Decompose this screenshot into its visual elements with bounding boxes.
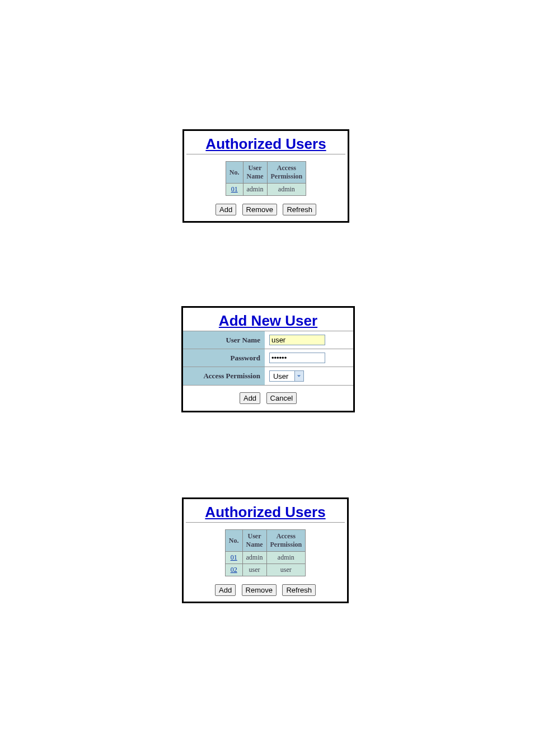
row-access-cell: admin	[266, 552, 306, 564]
panel-title: Authorized Users	[184, 504, 347, 521]
row-no-link[interactable]: 01	[231, 553, 237, 561]
chevron-down-icon	[294, 371, 303, 381]
add-user-form: User Name Password Access Permission Use…	[183, 331, 353, 386]
refresh-button[interactable]: Refresh	[282, 584, 316, 596]
row-no-link[interactable]: 01	[231, 185, 238, 193]
username-input[interactable]	[269, 335, 325, 345]
header-no: No.	[226, 162, 243, 184]
header-no: No.	[225, 530, 242, 552]
header-username: UserName	[242, 530, 266, 552]
select-value: User	[272, 372, 294, 381]
table-row: 02 user user	[225, 564, 305, 576]
divider	[186, 154, 345, 154]
row-no-cell: 01	[226, 184, 243, 196]
add-button[interactable]: Add	[215, 584, 236, 596]
header-username: UserName	[243, 162, 267, 184]
row-username-cell: admin	[242, 552, 266, 564]
button-row: Add Remove Refresh	[184, 204, 348, 215]
access-permission-label: Access Permission	[183, 367, 265, 386]
refresh-button[interactable]: Refresh	[283, 204, 316, 215]
row-access-cell: admin	[267, 184, 306, 196]
header-access: AccessPermission	[267, 162, 306, 184]
button-row: Add Remove Refresh	[184, 584, 347, 596]
table-row: 01 admin admin	[225, 552, 305, 564]
header-access: AccessPermission	[266, 530, 306, 552]
add-new-user-panel: Add New User User Name Password Access P…	[181, 306, 355, 412]
users-table: No. UserName AccessPermission 01 admin a…	[226, 161, 306, 196]
row-username-cell: user	[242, 564, 266, 576]
divider	[186, 522, 345, 523]
remove-button[interactable]: Remove	[242, 204, 277, 215]
table-row: 01 admin admin	[226, 184, 306, 196]
row-no-cell: 02	[225, 564, 242, 576]
remove-button[interactable]: Remove	[242, 584, 277, 596]
row-username-cell: admin	[243, 184, 267, 196]
panel-title: Add New User	[183, 312, 353, 330]
add-button[interactable]: Add	[240, 392, 260, 404]
access-permission-field-cell: User	[265, 367, 353, 386]
row-access-cell: user	[266, 564, 306, 576]
table-header-row: No. UserName AccessPermission	[225, 530, 305, 552]
password-field-cell	[265, 349, 353, 367]
authorized-users-panel-1: Authorized Users No. UserName AccessPerm…	[182, 129, 349, 223]
users-table: No. UserName AccessPermission 01 admin a…	[225, 529, 306, 576]
button-row: Add Cancel	[183, 386, 353, 405]
panel-title: Authorized Users	[184, 135, 348, 153]
row-no-cell: 01	[225, 552, 242, 564]
password-label: Password	[183, 349, 265, 367]
add-button[interactable]: Add	[216, 204, 236, 215]
password-input[interactable]	[269, 353, 325, 363]
username-label: User Name	[183, 331, 265, 349]
username-field-cell	[265, 331, 353, 349]
row-no-link[interactable]: 02	[231, 566, 237, 574]
access-permission-select[interactable]: User	[269, 370, 304, 382]
authorized-users-panel-2: Authorized Users No. UserName AccessPerm…	[182, 497, 349, 603]
table-header-row: No. UserName AccessPermission	[226, 162, 306, 184]
cancel-button[interactable]: Cancel	[266, 392, 297, 404]
